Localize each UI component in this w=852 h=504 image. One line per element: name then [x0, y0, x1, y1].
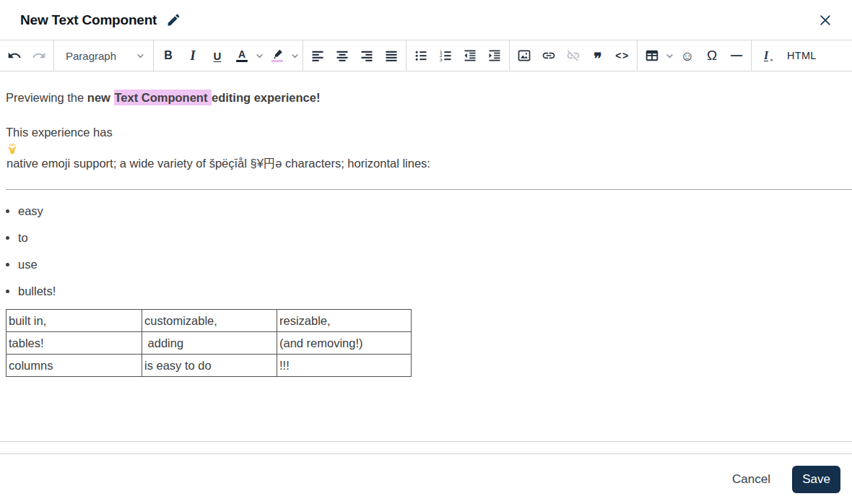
- chevron-down-icon: [291, 52, 299, 60]
- table-cell[interactable]: resizable,: [277, 310, 412, 332]
- table-cell[interactable]: customizable,: [142, 310, 277, 332]
- objects-group: ☺ Ω —: [637, 40, 751, 71]
- bold-icon: B: [164, 49, 173, 62]
- align-justify-icon: [384, 48, 399, 63]
- editor-toolbar: Paragraph B I U A 123: [0, 40, 852, 71]
- align-left-icon: [310, 48, 325, 63]
- alignment-group: [303, 40, 406, 71]
- bold-text: editing experience!: [212, 91, 320, 104]
- emoji-smiley-icon: ☺: [680, 49, 694, 63]
- raising-hands-emoji: [6, 142, 846, 155]
- paragraph-format-dropdown[interactable]: Paragraph: [53, 40, 153, 71]
- table-cell[interactable]: adding: [142, 332, 277, 355]
- bullet-list-button[interactable]: [409, 43, 433, 68]
- undo-button[interactable]: [2, 43, 27, 68]
- content-table: built in, customizable, resizable, table…: [6, 309, 412, 377]
- list-item: easy: [18, 202, 846, 220]
- list-item: to: [18, 229, 846, 246]
- horizontal-line-icon: —: [731, 49, 742, 62]
- highlight-color-chevron[interactable]: [290, 52, 300, 60]
- align-justify-button[interactable]: [379, 43, 404, 68]
- table-cell[interactable]: built in,: [6, 310, 142, 332]
- close-icon: [818, 13, 833, 27]
- highlight-color-button[interactable]: [265, 43, 290, 68]
- underline-button[interactable]: U: [205, 43, 230, 68]
- redo-icon: [32, 48, 46, 63]
- table-row: tables! adding (and removing!): [6, 332, 412, 355]
- underline-icon: U: [214, 50, 222, 62]
- table-cell[interactable]: (and removing!): [277, 332, 412, 355]
- paragraph-features: This experience has native emoji support…: [6, 106, 846, 173]
- paragraph-intro: Previewing the new Text Component editin…: [6, 71, 846, 106]
- code-icon: <>: [615, 50, 629, 61]
- code-button[interactable]: <>: [610, 43, 635, 68]
- list-item: use: [18, 256, 846, 273]
- bold-text: new: [87, 91, 114, 104]
- bold-button[interactable]: B: [156, 43, 181, 68]
- blockquote-button[interactable]: ❞: [586, 43, 610, 68]
- highlighted-text: Text Component: [114, 90, 212, 105]
- table-cell[interactable]: tables!: [6, 332, 142, 355]
- image-icon: [517, 48, 531, 63]
- decrease-indent-button[interactable]: [458, 43, 482, 68]
- omega-icon: Ω: [707, 48, 717, 64]
- table-cell[interactable]: is easy to do: [142, 355, 277, 377]
- table-cell[interactable]: !!!: [277, 355, 412, 377]
- modal-title: New Text Component: [20, 12, 157, 28]
- bullet-list: easy to use bullets!: [6, 202, 846, 300]
- italic-icon: I: [190, 48, 195, 64]
- undo-icon: [7, 48, 22, 63]
- footer-gap: [0, 442, 852, 453]
- editor-content[interactable]: Previewing the new Text Component editin…: [0, 71, 852, 442]
- svg-text:3: 3: [440, 57, 443, 62]
- modal-header: New Text Component: [0, 0, 852, 40]
- numbered-list-button[interactable]: 123: [433, 43, 458, 68]
- align-left-button[interactable]: [305, 43, 330, 68]
- table-cell[interactable]: columns: [6, 355, 142, 377]
- align-center-button[interactable]: [330, 43, 355, 68]
- italic-button[interactable]: I: [181, 43, 205, 68]
- save-button[interactable]: Save: [792, 466, 840, 493]
- blockquote-icon: ❞: [594, 49, 601, 62]
- remove-link-button[interactable]: [561, 43, 586, 68]
- increase-indent-button[interactable]: [482, 43, 507, 68]
- format-utility-group: I× HTML: [751, 40, 827, 71]
- text-color-icon: A: [236, 49, 248, 62]
- table-row: built in, customizable, resizable,: [6, 310, 412, 332]
- redo-button[interactable]: [27, 43, 51, 68]
- align-center-icon: [335, 48, 349, 63]
- outdent-icon: [463, 48, 477, 63]
- text-style-group: B I U A: [153, 40, 303, 71]
- emoji-button[interactable]: ☺: [675, 43, 700, 68]
- table-row: columns is easy to do !!!: [6, 355, 412, 377]
- insert-table-button[interactable]: [640, 43, 664, 68]
- table-chevron[interactable]: [664, 52, 675, 60]
- chevron-down-icon: [666, 52, 674, 60]
- insert-image-button[interactable]: [512, 43, 536, 68]
- history-group: [0, 40, 53, 71]
- bullet-list-icon: [414, 48, 428, 63]
- highlighter-icon: [271, 49, 284, 62]
- horizontal-line-button[interactable]: —: [724, 43, 749, 68]
- edit-title-button[interactable]: [166, 12, 181, 27]
- modal-footer: Cancel Save: [0, 453, 852, 504]
- list-indent-group: 123: [406, 40, 509, 71]
- cancel-button[interactable]: Cancel: [732, 472, 770, 487]
- insert-link-button[interactable]: [536, 43, 561, 68]
- text-color-chevron[interactable]: [254, 52, 265, 60]
- close-button[interactable]: [818, 13, 833, 27]
- clear-formatting-icon: I×: [764, 49, 768, 62]
- clear-formatting-button[interactable]: I×: [754, 43, 778, 68]
- pencil-icon: [166, 12, 181, 27]
- insert-group: ❞ <>: [509, 40, 637, 71]
- align-right-button[interactable]: [355, 43, 379, 68]
- text-color-button[interactable]: A: [230, 43, 254, 68]
- align-right-icon: [360, 48, 374, 63]
- special-character-button[interactable]: Ω: [700, 43, 724, 68]
- numbered-list-icon: 123: [438, 48, 453, 63]
- indent-icon: [487, 48, 502, 63]
- html-view-button[interactable]: HTML: [778, 50, 825, 61]
- link-icon: [542, 48, 556, 63]
- list-item: bullets!: [18, 282, 846, 300]
- horizontal-rule: [6, 189, 852, 190]
